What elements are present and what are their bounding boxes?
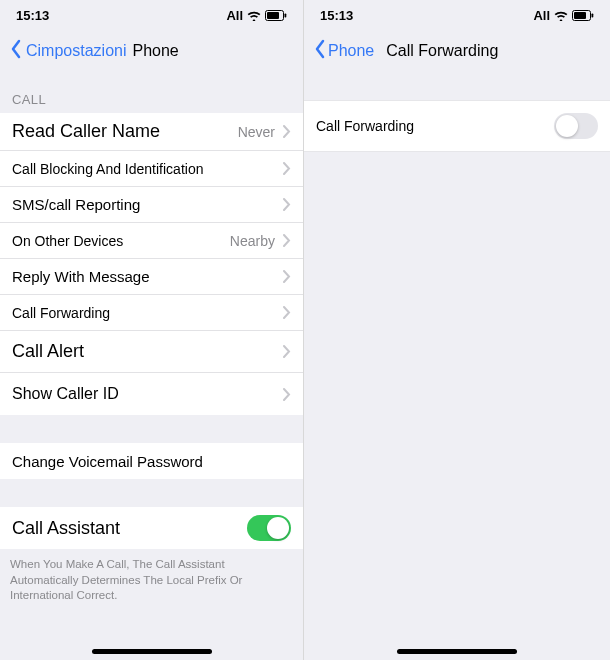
call-forwarding-toggle[interactable] [554, 113, 598, 139]
back-label: Cimpostazioni [26, 42, 126, 60]
chevron-right-icon [283, 234, 291, 247]
row-call-assistant: Call Assistant [0, 507, 303, 549]
status-time: 15:13 [16, 8, 49, 23]
row-label: Read Caller Name [12, 121, 160, 142]
wifi-icon [554, 10, 568, 21]
chevron-right-icon [283, 270, 291, 283]
value-text: Nearby [230, 233, 275, 249]
battery-icon [265, 10, 287, 21]
back-label: Phone [328, 42, 374, 60]
status-bar: 15:13 All [304, 0, 610, 30]
row-label: Show Caller ID [12, 385, 119, 403]
row-label: Call Alert [12, 341, 84, 362]
chevron-right-icon [283, 198, 291, 211]
chevron-left-icon [10, 39, 22, 63]
row-label: SMS/call Reporting [12, 196, 140, 213]
chevron-right-icon [283, 306, 291, 319]
spacer [0, 479, 303, 507]
svg-rect-4 [574, 12, 586, 19]
row-call-alert[interactable]: Call Alert [0, 331, 303, 373]
nav-title: Phone [132, 42, 178, 60]
settings-list-3: Call Assistant [0, 507, 303, 549]
status-bar: 15:13 All [0, 0, 303, 30]
right-screen: 15:13 All Phone Call Forwarding Call For… [304, 0, 610, 660]
carrier-label: All [533, 8, 550, 23]
row-call-forwarding-toggle: Call Forwarding [304, 100, 610, 152]
left-screen: 15:13 All Cimpostazioni Phone CALL Read … [0, 0, 304, 660]
value-text: Never [238, 124, 275, 140]
row-value: Never [238, 124, 291, 140]
row-call-forwarding[interactable]: Call Forwarding [0, 295, 303, 331]
row-label: Call Blocking And Identification [12, 161, 203, 177]
row-label: On Other Devices [12, 233, 123, 249]
carrier-label: All [226, 8, 243, 23]
back-button[interactable]: Cimpostazioni [10, 39, 126, 63]
section-header-call: CALL [0, 72, 303, 113]
chevron-right-icon [283, 388, 291, 401]
chevron-right-icon [283, 125, 291, 138]
nav-bar: Phone Call Forwarding [304, 30, 610, 72]
chevron-right-icon [283, 162, 291, 175]
nav-title: Call Forwarding [386, 42, 498, 60]
row-label: Change Voicemail Password [12, 453, 203, 470]
svg-rect-1 [267, 12, 279, 19]
row-label: Call Assistant [12, 518, 120, 539]
row-label: Reply With Message [12, 268, 150, 285]
call-assistant-toggle[interactable] [247, 515, 291, 541]
status-right: All [226, 8, 287, 23]
chevron-right-icon [283, 345, 291, 358]
row-label: Call Forwarding [12, 305, 110, 321]
row-label: Call Forwarding [316, 118, 414, 134]
home-indicator[interactable] [397, 649, 517, 654]
chevron-left-icon [314, 39, 326, 63]
row-value: Nearby [230, 233, 291, 249]
row-reply-with-message[interactable]: Reply With Message [0, 259, 303, 295]
row-call-blocking[interactable]: Call Blocking And Identification [0, 151, 303, 187]
settings-list-2: Change Voicemail Password [0, 443, 303, 479]
settings-list-1: Read Caller Name Never Call Blocking And… [0, 113, 303, 415]
call-assistant-footer: When You Make A Call, The Call Assistant… [0, 549, 303, 612]
wifi-icon [247, 10, 261, 21]
spacer [0, 415, 303, 443]
row-change-voicemail-password[interactable]: Change Voicemail Password [0, 443, 303, 479]
nav-bar: Cimpostazioni Phone [0, 30, 303, 72]
row-other-devices[interactable]: On Other Devices Nearby [0, 223, 303, 259]
battery-icon [572, 10, 594, 21]
svg-rect-2 [285, 13, 287, 17]
home-indicator[interactable] [92, 649, 212, 654]
svg-rect-5 [592, 13, 594, 17]
call-forwarding-list: Call Forwarding [304, 100, 610, 152]
row-sms-reporting[interactable]: SMS/call Reporting [0, 187, 303, 223]
status-time: 15:13 [320, 8, 353, 23]
row-show-caller-id[interactable]: Show Caller ID [0, 373, 303, 415]
status-right: All [533, 8, 594, 23]
row-read-caller-name[interactable]: Read Caller Name Never [0, 113, 303, 151]
back-button[interactable]: Phone [314, 39, 374, 63]
